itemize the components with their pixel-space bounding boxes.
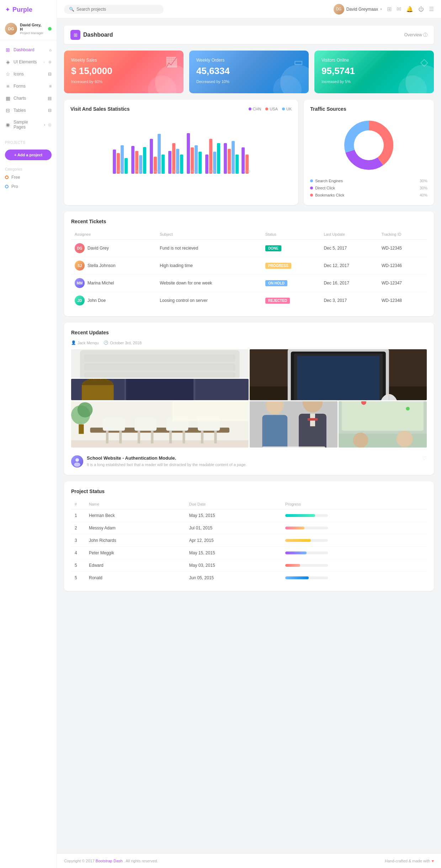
sidebar-item-sample-pages[interactable]: ◉ Sample Pages ‹ ◎ — [0, 116, 57, 133]
svg-rect-26 — [232, 141, 235, 174]
sidebar-user: DG David Grey, H Project Manager — [0, 19, 57, 40]
chart-legend: CHN USA UK — [249, 107, 292, 111]
update-avatar — [71, 455, 83, 467]
category-pro[interactable]: Pro — [0, 182, 57, 191]
row-due: May 15, 2015 — [186, 547, 282, 559]
assignee-cell: MM Marina Michel — [71, 274, 156, 292]
sidebar-logo: ✦ Purple — [0, 0, 57, 19]
svg-rect-79 — [214, 431, 217, 444]
update-text: School Website - Authentication Module. … — [87, 455, 419, 468]
nav-arrow: ‹ — [44, 60, 45, 64]
date-cell: Dec 3, 2017 — [320, 292, 378, 309]
svg-text:APR: APR — [172, 169, 179, 173]
table-row: 2 Messsy Adam Jul 01, 2015 — [71, 522, 427, 534]
svg-point-41 — [354, 130, 384, 160]
svg-rect-15 — [180, 155, 183, 174]
page-header: ⊞ Dashboard Overview ⓘ — [64, 26, 434, 44]
table-row: SJ Stella Johnson High loading time PROG… — [71, 257, 427, 274]
tracking-cell: WD-12346 — [378, 257, 427, 274]
nav-arrow: ⌂ — [49, 48, 52, 52]
photo-meeting1 — [250, 401, 338, 448]
tracking-cell: WD-12347 — [378, 274, 427, 292]
sidebar-item-ui-elements[interactable]: ◈ UI Elements ‹ ⊕ — [0, 56, 57, 68]
legend-chn: CHN — [249, 107, 261, 111]
svg-rect-20 — [205, 155, 208, 174]
sidebar-item-tables[interactable]: ⊟ Tables ⊟ — [0, 104, 57, 116]
ui-elements-icon: ◈ — [5, 59, 11, 65]
avatar: DG — [75, 243, 85, 253]
overview-button[interactable]: Overview ⓘ — [404, 32, 427, 38]
footer-brand-link[interactable]: Bootstrap Dash — [96, 859, 123, 863]
row-due: May 15, 2015 — [186, 509, 282, 522]
sidebar-item-charts[interactable]: ▦ Charts ▤ — [0, 92, 57, 104]
power-icon[interactable]: ⏻ — [418, 6, 424, 12]
menu-icon[interactable]: ☰ — [429, 6, 434, 12]
sidebar-item-forms[interactable]: ≡ Forms ≡ — [0, 80, 57, 92]
nav-user[interactable]: DG David Greymaax ▾ — [334, 4, 382, 15]
svg-rect-51 — [126, 379, 193, 400]
row-progress — [282, 571, 427, 584]
update-post-title: School Website - Authentication Module. — [87, 455, 419, 461]
svg-rect-83 — [79, 424, 84, 434]
bar-chart-svg: JAN FEB MAR APR MAY JUN JUL AUG — [70, 117, 292, 174]
update-footer: School Website - Authentication Module. … — [71, 453, 427, 468]
sidebar-nav: ⊞ Dashboard ⌂ ◈ UI Elements ‹ ⊕ ☆ Icons … — [0, 40, 57, 136]
chart-header: Visit And Sales Statistics CHN USA — [70, 106, 292, 112]
nav-icon-right: ⊟ — [48, 72, 52, 77]
photo-laptop — [250, 349, 427, 400]
row-num: 5 — [71, 559, 85, 571]
project-status-card: Project Status # Name Due Date Progress — [64, 481, 434, 591]
update-post-desc: It is a long established fact that a rea… — [87, 462, 419, 468]
svg-rect-95 — [342, 401, 424, 431]
user-role: Project Manager — [20, 31, 45, 35]
traffic-legend: Search Engines 30% Direct Click 30% — [310, 177, 427, 199]
page-title: Dashboard — [83, 32, 113, 38]
svg-rect-61 — [297, 356, 379, 400]
subject-cell: Loosing control on server — [156, 292, 262, 309]
sidebar-item-dashboard[interactable]: ⊞ Dashboard ⌂ — [0, 44, 57, 56]
status-badge: REJECTED — [265, 298, 290, 304]
photo-meeting2 — [339, 401, 427, 448]
nav-icon-right: ≡ — [49, 84, 52, 89]
svg-rect-75 — [151, 431, 153, 444]
status-cell: DONE — [262, 240, 320, 257]
project-table-wrap: # Name Due Date Progress 1 Herman Beck M… — [71, 499, 427, 584]
mail-icon[interactable]: ✉ — [397, 6, 401, 12]
search-icon: 🔍 — [69, 7, 74, 12]
add-project-button[interactable]: + Add a project — [5, 150, 52, 160]
sidebar-item-icons[interactable]: ☆ Icons ⊟ — [0, 68, 57, 80]
bell-icon[interactable]: 🔔 — [406, 6, 413, 12]
sidebar-item-label: Forms — [14, 84, 26, 89]
search-input[interactable] — [76, 7, 159, 12]
table-row: 1 Herman Beck May 15, 2015 — [71, 509, 427, 522]
status-badge: DONE — [265, 245, 281, 251]
heart-icon[interactable]: ♡ — [422, 455, 427, 461]
col-num: # — [71, 499, 85, 509]
svg-rect-24 — [224, 143, 227, 174]
search-box[interactable]: 🔍 — [64, 5, 164, 14]
sidebar-item-label: UI Elements — [14, 59, 37, 64]
photo-notebook — [71, 379, 249, 400]
row-progress — [282, 522, 427, 534]
svg-rect-90 — [307, 418, 317, 420]
footer: Copyright © 2017 Bootstrap Dash . All ri… — [57, 853, 441, 868]
tracking-cell: WD-12348 — [378, 292, 427, 309]
row-name: Messsy Adam — [85, 522, 186, 534]
donut-chart-svg — [340, 117, 397, 174]
donut-chart-wrap — [310, 117, 427, 174]
stat-card-weekly-orders: ▭ Weekly Orders 45,6334 Decreased by 10% — [189, 51, 309, 93]
svg-point-98 — [406, 407, 410, 411]
recent-tickets-card: Recent Tickets Assignee Subject Status L… — [64, 211, 434, 316]
status-cell: ON HOLD — [262, 274, 320, 292]
svg-rect-12 — [168, 151, 171, 174]
legend-search-engines: Search Engines 30% — [310, 177, 427, 184]
stat-change: Increased by 60% — [71, 79, 176, 84]
heart-icon: ♥ — [431, 859, 434, 863]
category-free[interactable]: Free — [0, 173, 57, 182]
stat-change: Increased by 5% — [322, 79, 427, 84]
row-name: Ronald — [85, 571, 186, 584]
updates-title: Recent Updates — [71, 330, 427, 335]
grid-icon[interactable]: ⊞ — [387, 6, 392, 12]
row-due: Apr 12, 2015 — [186, 534, 282, 547]
status-cell: PROGRESS — [262, 257, 320, 274]
